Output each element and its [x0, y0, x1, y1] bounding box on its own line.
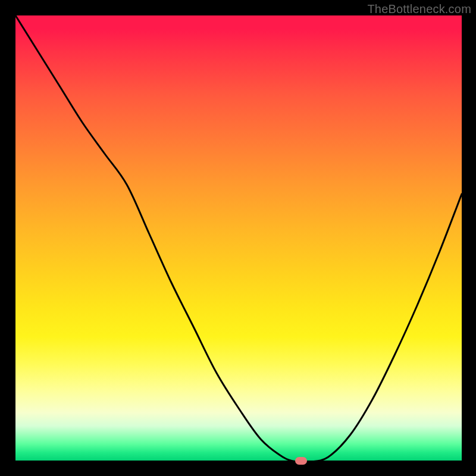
plot-area	[15, 15, 462, 462]
minimum-marker	[295, 457, 307, 465]
chart-container: TheBottleneck.com	[0, 0, 476, 476]
bottleneck-curve	[15, 15, 462, 462]
watermark-caption: TheBottleneck.com	[367, 2, 471, 16]
